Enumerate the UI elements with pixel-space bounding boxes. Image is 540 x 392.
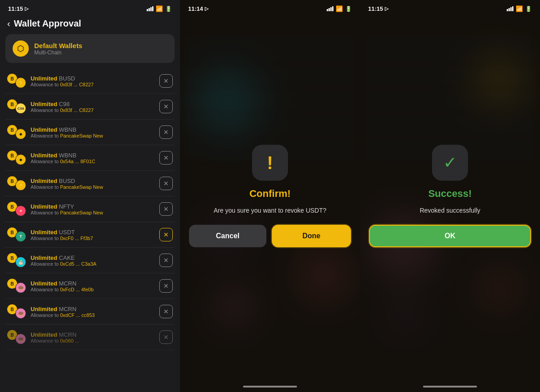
mcrn-icon-1: 🍩 xyxy=(15,282,26,293)
token-allowance-1: Allowance to 0x83f ... C8227 xyxy=(31,82,155,87)
token-list: B ⚡ Unlimited BUSD Allowance to 0x83f ..… xyxy=(0,68,180,392)
cancel-button[interactable]: Cancel xyxy=(189,225,266,247)
token-info-10: Unlimited MCRN Allowance to 0xdCF ... cc… xyxy=(31,306,155,318)
busd-icon-2: ⚡ xyxy=(15,180,26,191)
token-icons-1: B ⚡ xyxy=(7,74,26,88)
confirm-buttons: Cancel Done xyxy=(180,225,360,247)
token-title-11: Unlimited MCRN xyxy=(31,331,155,338)
battery-icon-1: 🔋 xyxy=(165,6,172,12)
token-allowance-8: Allowance to 0xCd5 ... C3a3A xyxy=(31,261,155,267)
signal-icon-1 xyxy=(147,6,153,11)
token-allowance-4: Allowance to 0x54a ... 8F01C xyxy=(31,159,155,164)
token-allowance-11: Allowance to 0x060 ... xyxy=(31,338,155,343)
page-title: Wallet Approval xyxy=(14,18,81,29)
status-bar-1: 11:15 ▷ 📶 🔋 xyxy=(0,0,180,15)
token-info-1: Unlimited BUSD Allowance to 0x83f ... C8… xyxy=(31,75,155,87)
wallet-name: Default Wallets xyxy=(34,42,82,49)
token-allowance-2: Allowance to 0x83f ... C8227 xyxy=(31,107,155,113)
token-allowance-7: Allowance to 0xcF0 ... Ff3b7 xyxy=(31,236,155,241)
wbnb-icon-2: ◆ xyxy=(15,154,26,165)
token-info-11: Unlimited MCRN Allowance to 0x060 ... xyxy=(31,331,155,343)
token-item-nfty: B ✦ Unlimited NFTY Allowance to PancakeS… xyxy=(5,196,175,222)
token-title-6: Unlimited NFTY xyxy=(31,203,155,210)
token-item-busd-1: B ⚡ Unlimited BUSD Allowance to 0x83f ..… xyxy=(5,68,175,94)
nfty-icon: ✦ xyxy=(15,205,26,216)
token-allowance-6: Allowance to PancakeSwap New xyxy=(31,210,155,215)
token-info-6: Unlimited NFTY Allowance to PancakeSwap … xyxy=(31,203,155,215)
back-button[interactable]: ‹ xyxy=(7,18,10,29)
token-title-2: Unlimited C98 xyxy=(31,101,155,107)
token-allowance-10: Allowance to 0xdCF ... cc853 xyxy=(31,312,155,318)
token-icons-11: B 🍩 xyxy=(7,330,26,344)
success-message: Revoked successfully xyxy=(411,207,490,214)
status-right-1: 📶 🔋 xyxy=(147,5,172,12)
usdt-icon: T xyxy=(15,231,26,242)
token-icons-6: B ✦ xyxy=(7,202,26,216)
token-item-cake: B 🎂 Unlimited CAKE Allowance to 0xCd5 ..… xyxy=(5,248,175,273)
token-icons-3: B ◆ xyxy=(7,125,26,139)
success-title: Success! xyxy=(428,188,472,200)
wallet-card: ⬡ Default Wallets Multi-Chain xyxy=(5,34,175,63)
confirm-modal-content: ! Confirm! Are you sure you want to revo… xyxy=(180,0,360,392)
panel-wallet-approval: 11:15 ▷ 📶 🔋 ‹ Wallet Approval ⬡ Default … xyxy=(0,0,180,392)
token-title-8: Unlimited CAKE xyxy=(31,254,155,261)
token-item-mcrn-2: B 🍩 Unlimited MCRN Allowance to 0xdCF ..… xyxy=(5,299,175,325)
token-info-2: Unlimited C98 Allowance to 0x83f ... C82… xyxy=(31,101,155,113)
panel-success-modal: 11:15 ▷ 📶 🔋 ✓ Success! Revoked successfu… xyxy=(360,0,540,392)
revoke-btn-2[interactable]: ✕ xyxy=(159,100,173,113)
token-icons-8: B 🎂 xyxy=(7,253,26,267)
confirm-title: Confirm! xyxy=(249,188,291,200)
status-left-1: 11:15 ▷ xyxy=(8,5,28,12)
cake-icon: 🎂 xyxy=(15,257,26,267)
token-info-8: Unlimited CAKE Allowance to 0xCd5 ... C3… xyxy=(31,254,155,267)
token-icons-10: B 🍩 xyxy=(7,304,26,319)
done-button[interactable]: Done xyxy=(272,225,351,247)
token-icons-2: B C98 xyxy=(7,99,26,114)
token-item-usdt: B T Unlimited USDT Allowance to 0xcF0 ..… xyxy=(5,222,175,248)
revoke-btn-usdt[interactable]: ✕ xyxy=(159,228,173,241)
token-item-wbnb-1: B ◆ Unlimited WBNB Allowance to PancakeS… xyxy=(5,120,175,145)
ok-button[interactable]: OK xyxy=(369,225,531,247)
c98-icon: C98 xyxy=(15,103,26,114)
token-item-wbnb-2: B ◆ Unlimited WBNB Allowance to 0x54a ..… xyxy=(5,145,175,171)
token-icons-9: B 🍩 xyxy=(7,279,26,293)
panel-confirm-modal: 11:14 ▷ 📶 🔋 ! Confirm! Are you sure you … xyxy=(180,0,360,392)
ok-button-wrapper: OK xyxy=(360,225,540,247)
token-icons-5: B ⚡ xyxy=(7,176,26,191)
token-title-1: Unlimited BUSD xyxy=(31,75,155,82)
revoke-btn-3[interactable]: ✕ xyxy=(159,125,173,139)
revoke-btn-11[interactable]: ✕ xyxy=(159,330,173,344)
revoke-btn-1[interactable]: ✕ xyxy=(159,74,173,88)
wallet-info: Default Wallets Multi-Chain xyxy=(34,42,82,56)
token-info-9: Unlimited MCRN Allowance to 0xFcD ... 4f… xyxy=(31,280,155,292)
revoke-btn-8[interactable]: ✕ xyxy=(159,254,173,267)
success-check-icon: ✓ xyxy=(443,153,457,172)
home-indicator-3 xyxy=(423,386,477,388)
revoke-btn-4[interactable]: ✕ xyxy=(159,151,173,165)
token-allowance-5: Allowance to PancakeSwap New xyxy=(31,184,155,190)
revoke-btn-5[interactable]: ✕ xyxy=(159,177,173,190)
token-info-7: Unlimited USDT Allowance to 0xcF0 ... Ff… xyxy=(31,229,155,241)
home-indicator-2 xyxy=(243,386,297,388)
token-icons-7: B T xyxy=(7,227,26,242)
confirm-exclamation-icon: ! xyxy=(267,154,273,172)
revoke-btn-10[interactable]: ✕ xyxy=(159,305,173,318)
confirm-icon-box: ! xyxy=(252,145,288,181)
wallet-icon: ⬡ xyxy=(13,40,29,57)
token-title-9: Unlimited MCRN xyxy=(31,280,155,287)
token-title-10: Unlimited MCRN xyxy=(31,306,155,312)
time-1: 11:15 xyxy=(8,5,23,12)
token-allowance-3: Allowance to PancakeSwap New xyxy=(31,133,155,138)
token-item-mcrn-3: B 🍩 Unlimited MCRN Allowance to 0x060 ..… xyxy=(5,325,175,350)
success-icon-box: ✓ xyxy=(432,145,468,181)
busd-icon: ⚡ xyxy=(15,77,26,88)
revoke-btn-9[interactable]: ✕ xyxy=(159,279,173,293)
token-allowance-9: Allowance to 0xFcD ... 4fe0b xyxy=(31,287,155,292)
confirm-message: Are you sure you want to revoke USDT? xyxy=(205,207,336,214)
token-title-5: Unlimited BUSD xyxy=(31,178,155,184)
token-item-mcrn-1: B 🍩 Unlimited MCRN Allowance to 0xFcD ..… xyxy=(5,273,175,299)
token-info-3: Unlimited WBNB Allowance to PancakeSwap … xyxy=(31,126,155,138)
token-icons-4: B ◆ xyxy=(7,151,26,165)
revoke-btn-6[interactable]: ✕ xyxy=(159,202,173,216)
token-info-4: Unlimited WBNB Allowance to 0x54a ... 8F… xyxy=(31,152,155,164)
